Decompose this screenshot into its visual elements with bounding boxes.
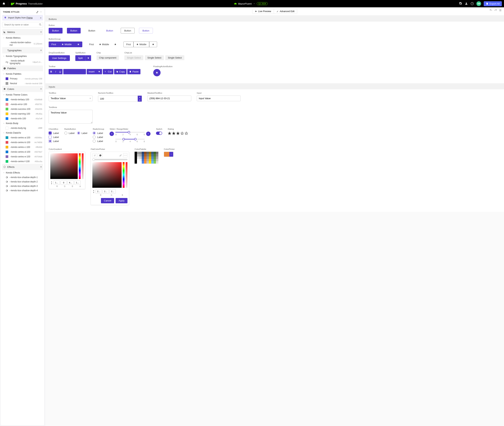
star-icon[interactable] [172, 132, 175, 135]
palette-cell[interactable] [154, 161, 156, 163]
chevron-down-icon[interactable] [40, 11, 42, 13]
palette-cell[interactable] [144, 161, 147, 163]
palette-cell[interactable] [156, 161, 158, 163]
advanced-edit-button[interactable]: Advanced Edit [274, 9, 297, 14]
plain-input[interactable] [197, 96, 240, 101]
button-flat[interactable]: Button [85, 28, 98, 34]
chip-item[interactable]: Single Select [124, 55, 143, 60]
list-icon[interactable] [499, 9, 502, 12]
dropdown-toggle[interactable] [169, 152, 173, 157]
bg-star[interactable] [74, 42, 82, 47]
masked-input[interactable] [147, 96, 191, 101]
category-palettes[interactable]: Palettes [2, 65, 43, 71]
color-item[interactable]: --kendo-series-a-100#0099bc [2, 135, 43, 140]
b-input[interactable] [68, 180, 74, 185]
textbox-input[interactable] [49, 96, 88, 101]
category-colors[interactable]: Colors + [2, 86, 43, 92]
align-left-button[interactable] [63, 69, 69, 74]
color-picker[interactable] [164, 152, 173, 157]
redo-icon[interactable] [494, 9, 497, 12]
palette-cell[interactable] [147, 154, 149, 156]
effect-item[interactable]: --kendo-box-shadow-depth-3 [2, 184, 43, 188]
bg-first[interactable]: First [87, 42, 96, 47]
slider-decrease[interactable] [110, 132, 114, 136]
spin-up[interactable]: ▲ [138, 96, 142, 99]
palette-cell[interactable] [142, 156, 144, 159]
palette-cell[interactable] [147, 156, 149, 159]
palette-cell[interactable] [139, 161, 142, 163]
category-metrics[interactable]: Metrics + [2, 29, 43, 35]
slider-increase[interactable] [146, 132, 151, 136]
checkbox-checked[interactable]: Label [49, 132, 59, 135]
close-icon[interactable]: × [40, 16, 42, 19]
flat-color-picker[interactable]: RGB Cancel Apply [91, 152, 129, 205]
underline-button[interactable]: U [58, 69, 63, 74]
color-item[interactable]: --kendo-info-100#0a7eff [2, 116, 43, 121]
palette-cell[interactable] [135, 156, 137, 159]
palette-item-primary[interactable]: Primary --kendo-primary-100 [2, 76, 43, 81]
b-input[interactable] [110, 189, 116, 194]
effect-item[interactable]: --kendo-box-shadow-depth-1 [2, 175, 43, 179]
star-icon[interactable] [176, 132, 180, 135]
chip-item[interactable]: Single Select [145, 55, 164, 60]
palette-cell[interactable] [135, 159, 137, 161]
gradient-area[interactable] [50, 153, 78, 179]
bg-star[interactable] [112, 42, 119, 47]
r-input[interactable] [54, 180, 60, 185]
undo-icon[interactable] [489, 9, 492, 12]
alpha-slider[interactable] [82, 153, 84, 179]
palette-cell[interactable] [154, 156, 156, 159]
hue-slider[interactable] [123, 162, 125, 188]
dropdown-button[interactable]: User Settings [49, 55, 70, 61]
palette-cell[interactable] [137, 152, 139, 154]
bg-first[interactable]: First [123, 42, 133, 47]
palette-cell[interactable] [144, 156, 147, 159]
dropper-tab[interactable] [92, 153, 97, 157]
bg-middle[interactable]: Middle [59, 42, 74, 47]
fab-button[interactable] [153, 69, 161, 76]
group-theme-colors[interactable]: Kendo Theme Colors [2, 92, 43, 97]
opacity-slider[interactable] [92, 159, 127, 160]
insert-dropdown[interactable]: ▼ [96, 69, 102, 74]
palette-cell[interactable] [135, 154, 137, 156]
add-icon[interactable]: + [40, 165, 42, 169]
star-icon[interactable] [184, 132, 188, 135]
palette-cell[interactable] [149, 154, 151, 156]
palette-tab[interactable] [98, 153, 103, 157]
palette-cell[interactable] [144, 159, 147, 161]
palette-cell[interactable] [151, 154, 154, 156]
color-item[interactable]: --kendo-success-100#5fd255 [2, 107, 43, 111]
color-item[interactable]: --kendo-error-100#f58791 [2, 102, 43, 107]
palette-cell[interactable] [151, 156, 154, 159]
link-icon[interactable] [36, 11, 39, 13]
color-item[interactable]: --kendo-series-f-100#00cc6a [2, 159, 43, 164]
g-input[interactable] [61, 180, 67, 185]
add-icon[interactable]: + [40, 49, 42, 52]
palette-cell[interactable] [142, 161, 144, 163]
export-all-button[interactable]: Export All [484, 1, 502, 6]
palette-cell[interactable] [137, 154, 139, 156]
checkbox-indeterminate[interactable]: Label [49, 140, 59, 142]
palette-cell[interactable] [154, 154, 156, 156]
range-slider[interactable]: 02468 [110, 139, 151, 142]
split-main[interactable]: Split [75, 55, 85, 61]
star-icon[interactable] [168, 132, 171, 135]
align-center-button[interactable] [69, 69, 75, 74]
search-input[interactable] [2, 22, 43, 28]
palette-cell[interactable] [147, 152, 149, 154]
color-item[interactable]: --kendo-series-e-100#8764b8 [2, 154, 43, 159]
palette-cell[interactable] [149, 152, 151, 154]
palette-cell[interactable] [156, 156, 158, 159]
palette-cell[interactable] [156, 152, 158, 154]
color-item[interactable]: --kendo-warning-100#ffc80a [2, 111, 43, 116]
live-preview-button[interactable]: Live Preview [252, 9, 274, 14]
palette-cell[interactable] [135, 161, 137, 163]
color-palette[interactable] [135, 152, 158, 163]
bold-button[interactable]: B [49, 69, 54, 74]
gear-icon[interactable] [459, 2, 462, 5]
palette-cell[interactable] [156, 154, 158, 156]
bg-middle[interactable]: Middle [96, 42, 112, 47]
bg-middle[interactable]: Middle [133, 42, 149, 47]
paste-button[interactable]: Paste [127, 69, 140, 74]
palette-cell[interactable] [156, 159, 158, 161]
